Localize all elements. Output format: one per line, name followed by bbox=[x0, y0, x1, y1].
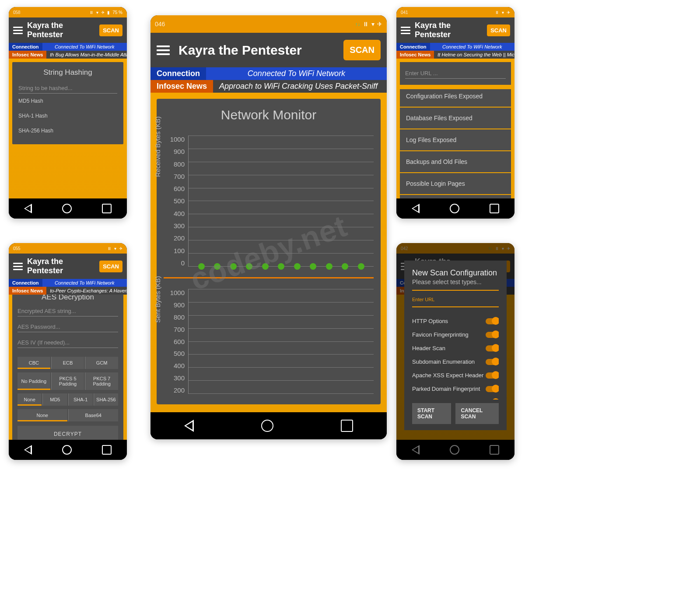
phone-url-list: 041 ⏸ ▾ ✈ Kayra the Pentester SCAN Conne… bbox=[396, 7, 514, 219]
status-icons: ⏸ ▾ ✈ bbox=[495, 10, 510, 15]
url-card bbox=[400, 62, 511, 85]
status-bar: 058 ⏸ ▾ ✈ ▮ 75 % bbox=[9, 7, 127, 17]
seg-gcm[interactable]: GCM bbox=[85, 357, 118, 369]
back-icon[interactable] bbox=[412, 204, 420, 213]
airplane-icon: ✈ bbox=[119, 246, 122, 251]
toggle[interactable] bbox=[486, 318, 499, 324]
recents-icon[interactable] bbox=[341, 420, 353, 432]
wifi-icon: ▾ bbox=[502, 10, 504, 15]
list-item[interactable]: SQL Errors bbox=[400, 195, 511, 198]
seg-encoding: None Base64 bbox=[18, 409, 118, 421]
aes-input-iv[interactable] bbox=[18, 337, 118, 348]
menu-icon[interactable] bbox=[401, 27, 410, 34]
list-item[interactable]: Possible Login Pages bbox=[400, 173, 511, 194]
news-ribbon: Infosec News tt Helme on Securing the We… bbox=[396, 51, 514, 59]
home-icon[interactable] bbox=[450, 204, 459, 213]
home-icon[interactable] bbox=[62, 445, 72, 455]
wifi-icon: ▾ bbox=[371, 21, 374, 28]
toggle[interactable] bbox=[486, 386, 499, 392]
yaxis-sent: 1000 900 800 700 600 500 400 300 200 bbox=[164, 289, 188, 394]
nav-bar bbox=[150, 412, 387, 439]
monitor-card: Network Monitor Received Bytes (KB) 1000… bbox=[157, 99, 381, 404]
status-bar: 046 ↑↓ ⏸ ▾ ✈ bbox=[150, 15, 387, 33]
recents-icon[interactable] bbox=[102, 204, 112, 213]
hashing-card: String Hashing MD5 Hash SHA-1 Hash SHA-2… bbox=[12, 62, 123, 144]
seg-cbc[interactable]: CBC bbox=[18, 357, 50, 369]
hash-row-sha256[interactable]: SHA-256 Hash bbox=[18, 123, 117, 138]
chart-sent: Sent Bytes (KB) 1000 900 800 700 600 500… bbox=[164, 289, 374, 394]
seg-nopad[interactable]: No Padding bbox=[18, 372, 50, 390]
start-scan-button[interactable]: START SCAN bbox=[412, 403, 451, 424]
dialog-subtitle: Please select test types... bbox=[412, 278, 499, 285]
chart-divider bbox=[164, 277, 374, 278]
url-label[interactable]: Enter URL bbox=[412, 297, 499, 302]
seg-pkcs7[interactable]: PKCS 7 Padding bbox=[85, 372, 118, 390]
recents-icon[interactable] bbox=[102, 445, 112, 455]
seg-enc-none[interactable]: None bbox=[18, 409, 67, 421]
vibrate-icon: ⏸ bbox=[89, 10, 94, 15]
menu-icon[interactable] bbox=[157, 45, 170, 55]
home-icon[interactable] bbox=[261, 420, 273, 432]
opt-subdomain: Subdomain Enumeration bbox=[412, 355, 499, 369]
seg-none[interactable]: None bbox=[18, 393, 42, 406]
scan-button[interactable]: SCAN bbox=[99, 24, 122, 36]
hash-row-md5[interactable]: MD5 Hash bbox=[18, 94, 117, 108]
body: Configuration Files Exposed Database Fil… bbox=[396, 59, 514, 198]
yaxis-received: 1000 900 800 700 600 500 400 300 200 100… bbox=[164, 136, 188, 267]
seg-pkcs5[interactable]: PKCS 5 Padding bbox=[51, 372, 84, 390]
scan-button[interactable]: SCAN bbox=[99, 261, 122, 272]
recents-icon[interactable] bbox=[490, 204, 499, 213]
category-list: Configuration Files Exposed Database Fil… bbox=[400, 89, 511, 198]
list-item[interactable]: Log Files Exposed bbox=[400, 129, 511, 150]
cancel-scan-button[interactable]: CANCEL SCAN bbox=[455, 403, 499, 424]
home-icon[interactable] bbox=[62, 204, 72, 213]
url-input[interactable] bbox=[405, 68, 506, 79]
aes-card: AES Decryption CBC ECB GCM No Padding PK… bbox=[12, 295, 123, 440]
aes-input-string[interactable] bbox=[18, 306, 118, 316]
decrypt-button[interactable]: DECRYPT bbox=[18, 426, 118, 440]
chart-received: Received Bytes (KB) 1000 900 800 700 600… bbox=[164, 136, 374, 267]
toggle[interactable] bbox=[486, 332, 499, 338]
connection-label: Connection bbox=[150, 67, 206, 80]
opt-parked: Parked Domain Fingerprint bbox=[412, 382, 499, 396]
infosec-text: to-Peer Crypto-Exchanges: A Haven for Mo… bbox=[46, 287, 127, 295]
seg-sha1[interactable]: SHA-1 bbox=[68, 393, 93, 406]
plot-received bbox=[188, 136, 374, 267]
back-icon[interactable] bbox=[24, 445, 32, 455]
toggle[interactable] bbox=[486, 359, 499, 365]
list-item[interactable]: Configuration Files Exposed bbox=[400, 89, 511, 107]
toggle[interactable] bbox=[486, 372, 499, 379]
body: Network Monitor Received Bytes (KB) 1000… bbox=[150, 93, 387, 412]
toggle[interactable] bbox=[486, 345, 499, 351]
menu-icon[interactable] bbox=[13, 263, 23, 270]
seg-sha256[interactable]: SHA-256 bbox=[94, 393, 118, 406]
opt-http: HTTP Options bbox=[412, 314, 499, 328]
back-icon[interactable] bbox=[184, 420, 194, 432]
seg-enc-b64[interactable]: Base64 bbox=[68, 409, 119, 421]
opt-xss: Apache XSS Expect Header bbox=[412, 369, 499, 382]
scan-button[interactable]: SCAN bbox=[487, 24, 510, 36]
connection-ribbon: Connection Connected To WiFi Network bbox=[9, 279, 127, 287]
seg-ecb[interactable]: ECB bbox=[51, 357, 84, 369]
hash-row-sha1[interactable]: SHA-1 Hash bbox=[18, 108, 117, 123]
connection-label: Connection bbox=[396, 43, 430, 51]
hash-input[interactable] bbox=[18, 83, 117, 94]
infosec-label: Infosec News bbox=[396, 51, 434, 59]
app-bar: Kayra the Pentester SCAN bbox=[396, 17, 514, 43]
connection-value: Connected To WiFi Network bbox=[42, 279, 127, 287]
infosec-text: Approach to WiFi Cracking Uses Packet-Sn… bbox=[213, 80, 387, 93]
back-icon[interactable] bbox=[24, 204, 32, 213]
connection-ribbon: Connection Connected To WiFi Network bbox=[396, 43, 514, 51]
scan-button[interactable]: SCAN bbox=[343, 40, 381, 60]
phone-aes: 055 ⏸ ▾ ✈ Kayra the Pentester SCAN Conne… bbox=[9, 243, 127, 460]
toggle[interactable] bbox=[486, 400, 499, 400]
options-list: HTTP Options Favicon Fingerprinting Head… bbox=[412, 314, 499, 400]
menu-icon[interactable] bbox=[13, 27, 23, 34]
list-item[interactable]: Database Files Exposed bbox=[400, 108, 511, 129]
aes-input-password[interactable] bbox=[18, 322, 118, 332]
infosec-label: Infosec News bbox=[150, 80, 213, 93]
seg-md5[interactable]: MD5 bbox=[42, 393, 67, 406]
status-icons: ⏸ ▾ ✈ ▮ 75 % bbox=[89, 10, 122, 15]
list-item[interactable]: Backups and Old Files bbox=[400, 151, 511, 172]
status-time: 041 bbox=[401, 10, 408, 15]
